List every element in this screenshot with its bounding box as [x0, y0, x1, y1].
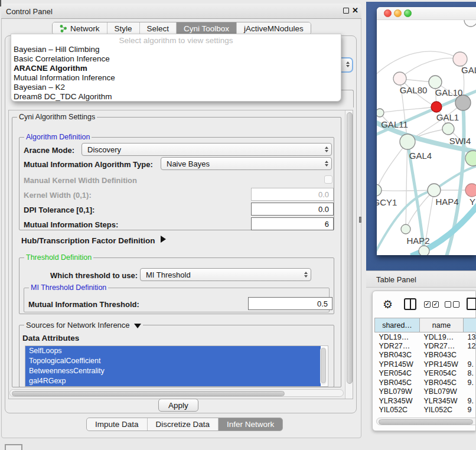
cell[interactable]: YBR045C: [375, 378, 420, 387]
node-gal4[interactable]: [400, 134, 415, 149]
dpi-tolerance-field[interactable]: 0.0: [251, 203, 334, 216]
list-item[interactable]: TopologicalCoefficient: [25, 356, 321, 366]
minimize-window-icon[interactable]: [394, 9, 402, 17]
tab-network[interactable]: Network: [53, 22, 107, 34]
column-header-name[interactable]: name: [420, 318, 464, 332]
node-gal-partial[interactable]: [453, 52, 467, 66]
cell[interactable]: YLR345W: [375, 396, 420, 406]
node-salmon-right[interactable]: [465, 184, 476, 197]
table-row[interactable]: YBL079WYBL079W: [375, 387, 476, 397]
node-gal11[interactable]: [377, 109, 384, 117]
attributes-list-scrollbar-thumb[interactable]: [321, 348, 326, 383]
table-horizontal-scrollbar-thumb[interactable]: [379, 419, 473, 425]
node-gal80[interactable]: [393, 72, 406, 85]
cell[interactable]: YPR145W: [375, 360, 420, 369]
list-item[interactable]: SelfLoops: [25, 346, 321, 356]
node-gal1[interactable]: [442, 123, 454, 135]
node-green-right[interactable]: [465, 151, 476, 166]
float-panel-icon[interactable]: [343, 8, 349, 14]
cell[interactable]: YBL079W: [375, 387, 420, 397]
table-horizontal-scrollbar[interactable]: [376, 418, 476, 425]
cell[interactable]: [464, 387, 476, 397]
data-attributes-list[interactable]: SelfLoops TopologicalCoefficient Between…: [25, 345, 328, 387]
mi-threshold-field[interactable]: 0.5: [248, 297, 332, 310]
cell[interactable]: YER054C: [420, 369, 464, 379]
node-hap2[interactable]: [401, 224, 410, 234]
gear-icon[interactable]: ⚙: [383, 298, 393, 311]
tab-select[interactable]: Select: [140, 22, 177, 34]
list-item[interactable]: gal4RGexp: [25, 376, 321, 386]
node-partial-top[interactable]: [464, 20, 476, 27]
menu-item-bayesian-k2[interactable]: Bayesian – K2: [11, 83, 341, 92]
node-hap4[interactable]: [428, 184, 441, 197]
table-row[interactable]: YIL052CYIL052C9: [375, 406, 476, 415]
panel-splitter-handle[interactable]: [359, 217, 361, 223]
close-panel-icon[interactable]: ✕: [352, 6, 358, 15]
table-row[interactable]: YLR345WYLR345W9.: [375, 396, 476, 406]
expand-arrow-icon[interactable]: [161, 236, 166, 243]
cell[interactable]: YIL052C: [375, 406, 420, 415]
menu-item-aracne[interactable]: ARACNE Algorithm: [11, 64, 341, 73]
cell[interactable]: YIL052C: [420, 406, 464, 415]
cell[interactable]: YDL19…: [420, 332, 464, 342]
cell[interactable]: 13: [464, 332, 476, 342]
apply-button[interactable]: Apply: [158, 399, 198, 412]
tab-style[interactable]: Style: [107, 22, 140, 34]
select-all-checkboxes-icon[interactable]: ✓✓: [424, 301, 439, 308]
table-row[interactable]: YBR045CYBR045C9.: [375, 378, 476, 387]
which-threshold-combo[interactable]: MI Threshold: [140, 268, 311, 281]
cell[interactable]: 9.: [464, 396, 476, 406]
column-header-shared-name[interactable]: shared…: [375, 318, 420, 332]
manual-kernel-width-checkbox[interactable]: [324, 175, 332, 184]
tab-infer-network[interactable]: Infer Network: [219, 418, 282, 431]
network-window-titlebar[interactable]: [377, 7, 476, 20]
cell[interactable]: 8.: [464, 369, 476, 379]
cell[interactable]: YBR043C: [375, 351, 420, 360]
mi-algorithm-type-combo[interactable]: Naive Bayes: [161, 157, 332, 170]
cell[interactable]: 9.: [464, 360, 476, 369]
table-row[interactable]: YDR27…YDR27…12: [375, 341, 476, 351]
table-row[interactable]: YPR145WYPR145W9.: [375, 360, 476, 369]
node-partial-bottom[interactable]: [419, 246, 429, 255]
node-gcy1[interactable]: [377, 184, 382, 196]
cell[interactable]: YDR27…: [375, 341, 420, 351]
inference-algorithm-combo-fragment[interactable]: [341, 57, 353, 73]
cell[interactable]: YER054C: [375, 369, 420, 379]
cell[interactable]: YDR27…: [420, 341, 464, 351]
network-canvas[interactable]: GAL GAL80 GAL10 GAL11 GAL1 SWI4 GAL4 GCY…: [377, 20, 476, 255]
cell[interactable]: YPR145W: [420, 360, 464, 369]
settings-horizontal-scrollbar-thumb[interactable]: [12, 391, 285, 396]
table-row[interactable]: YDL19…YDL19…13: [375, 332, 476, 342]
cell[interactable]: YBR043C: [420, 351, 464, 360]
mi-steps-field[interactable]: 6: [251, 217, 334, 230]
cell[interactable]: [464, 351, 476, 360]
deselect-all-checkboxes-icon[interactable]: [445, 301, 459, 308]
aracne-mode-combo[interactable]: Discovery: [81, 143, 332, 156]
menu-item-mutual-information[interactable]: Mutual Information Inference: [11, 73, 341, 83]
node-red-selected[interactable]: [431, 102, 442, 112]
cell[interactable]: YBR045C: [420, 378, 464, 387]
tab-jactivemnodules[interactable]: jActiveMNodules: [237, 22, 311, 34]
attributes-list-scrollbar[interactable]: [320, 347, 327, 385]
settings-vertical-scrollbar[interactable]: [345, 110, 353, 399]
cell[interactable]: 12: [464, 341, 476, 351]
minimized-panel-icon[interactable]: [5, 444, 22, 450]
list-item[interactable]: BetweennessCentrality: [25, 366, 321, 376]
settings-horizontal-scrollbar[interactable]: [9, 389, 344, 397]
tab-discretize-data[interactable]: Discretize Data: [148, 418, 219, 431]
node-gal10[interactable]: [429, 76, 442, 89]
menu-item-bayesian-hill-climbing[interactable]: Bayesian – Hill Climbing: [11, 45, 341, 54]
menu-item-basic-correlation[interactable]: Basic Correlation Inference: [11, 54, 341, 64]
column-header-partial[interactable]: A: [464, 318, 476, 332]
tab-cyni-toolbox[interactable]: Cyni Toolbox: [177, 22, 237, 34]
node-table[interactable]: shared… name A YDL19…YDL19…13 YDR27…YDR2…: [374, 318, 476, 416]
close-window-icon[interactable]: [384, 9, 392, 17]
cell[interactable]: YDL19…: [375, 332, 420, 342]
export-table-icon[interactable]: [467, 298, 476, 310]
table-row[interactable]: YER054CYER054C8.: [375, 369, 476, 379]
table-row[interactable]: YBR043CYBR043C: [375, 351, 476, 360]
columns-icon[interactable]: [404, 298, 416, 310]
menu-item-dream8[interactable]: Dream8 DC_TDC Algorithm: [11, 92, 341, 102]
cell[interactable]: YLR345W: [420, 396, 464, 406]
collapse-arrow-icon[interactable]: [134, 324, 141, 328]
